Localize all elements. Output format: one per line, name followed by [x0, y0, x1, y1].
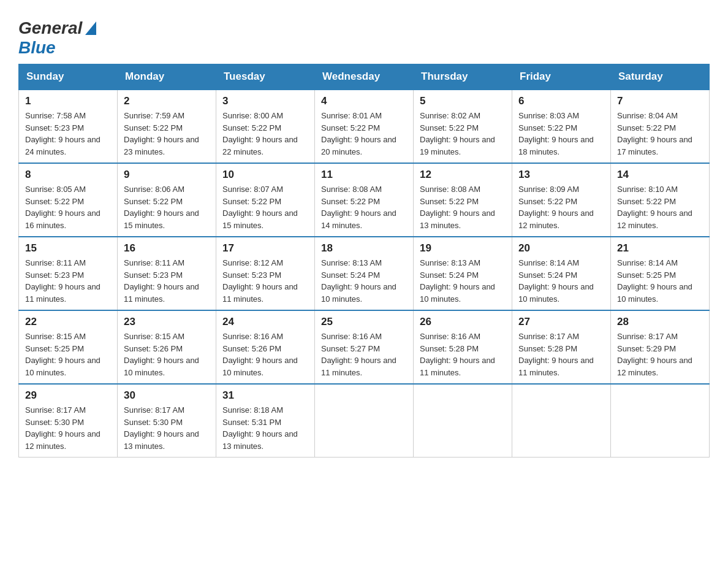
day-number: 18	[321, 242, 407, 255]
logo-blue-text: Blue	[18, 38, 56, 58]
calendar-cell: 17Sunrise: 8:12 AMSunset: 5:23 PMDayligh…	[216, 237, 315, 310]
day-info: Sunrise: 8:06 AMSunset: 5:22 PMDaylight:…	[124, 183, 210, 231]
calendar-cell: 28Sunrise: 8:17 AMSunset: 5:29 PMDayligh…	[611, 310, 710, 384]
day-info: Sunrise: 8:09 AMSunset: 5:22 PMDaylight:…	[518, 183, 604, 231]
day-info: Sunrise: 8:04 AMSunset: 5:22 PMDaylight:…	[617, 110, 703, 158]
calendar-cell: 1Sunrise: 7:58 AMSunset: 5:23 PMDaylight…	[19, 90, 118, 163]
calendar-week-row: 22Sunrise: 8:15 AMSunset: 5:25 PMDayligh…	[19, 310, 710, 384]
day-number: 6	[518, 95, 604, 107]
calendar-cell	[315, 384, 414, 458]
day-info: Sunrise: 8:15 AMSunset: 5:25 PMDaylight:…	[25, 331, 111, 378]
calendar-week-row: 1Sunrise: 7:58 AMSunset: 5:23 PMDaylight…	[19, 90, 710, 163]
day-number: 2	[124, 95, 210, 107]
calendar-cell: 29Sunrise: 8:17 AMSunset: 5:30 PMDayligh…	[19, 384, 118, 458]
day-info: Sunrise: 8:05 AMSunset: 5:22 PMDaylight:…	[25, 183, 111, 231]
day-info: Sunrise: 8:17 AMSunset: 5:28 PMDaylight:…	[518, 331, 604, 378]
day-info: Sunrise: 8:03 AMSunset: 5:22 PMDaylight:…	[518, 110, 604, 158]
calendar-cell: 30Sunrise: 8:17 AMSunset: 5:30 PMDayligh…	[118, 384, 216, 458]
day-info: Sunrise: 8:10 AMSunset: 5:22 PMDaylight:…	[617, 183, 703, 231]
calendar-cell: 4Sunrise: 8:01 AMSunset: 5:22 PMDaylight…	[315, 90, 414, 163]
logo-general-text: General	[18, 18, 82, 38]
day-info: Sunrise: 8:07 AMSunset: 5:22 PMDaylight:…	[222, 183, 308, 231]
calendar-cell: 12Sunrise: 8:08 AMSunset: 5:22 PMDayligh…	[414, 163, 512, 237]
calendar-cell: 26Sunrise: 8:16 AMSunset: 5:28 PMDayligh…	[414, 310, 512, 384]
calendar-cell: 23Sunrise: 8:15 AMSunset: 5:26 PMDayligh…	[118, 310, 216, 384]
day-number: 24	[222, 316, 308, 328]
calendar-cell: 19Sunrise: 8:13 AMSunset: 5:24 PMDayligh…	[414, 237, 512, 310]
calendar-cell: 22Sunrise: 8:15 AMSunset: 5:25 PMDayligh…	[19, 310, 118, 384]
day-info: Sunrise: 8:16 AMSunset: 5:27 PMDaylight:…	[321, 331, 407, 378]
calendar-cell: 21Sunrise: 8:14 AMSunset: 5:25 PMDayligh…	[611, 237, 710, 310]
day-info: Sunrise: 8:16 AMSunset: 5:26 PMDaylight:…	[222, 331, 308, 378]
calendar-cell	[414, 384, 512, 458]
day-info: Sunrise: 8:08 AMSunset: 5:22 PMDaylight:…	[321, 183, 407, 231]
day-info: Sunrise: 8:14 AMSunset: 5:25 PMDaylight:…	[617, 257, 703, 305]
day-number: 22	[25, 316, 111, 328]
day-info: Sunrise: 8:15 AMSunset: 5:26 PMDaylight:…	[124, 331, 210, 378]
calendar-cell: 31Sunrise: 8:18 AMSunset: 5:31 PMDayligh…	[216, 384, 315, 458]
calendar-week-row: 29Sunrise: 8:17 AMSunset: 5:30 PMDayligh…	[19, 384, 710, 458]
calendar-cell: 10Sunrise: 8:07 AMSunset: 5:22 PMDayligh…	[216, 163, 315, 237]
day-number: 29	[25, 389, 111, 402]
calendar-cell: 7Sunrise: 8:04 AMSunset: 5:22 PMDaylight…	[611, 90, 710, 163]
day-number: 9	[124, 169, 210, 181]
day-info: Sunrise: 8:11 AMSunset: 5:23 PMDaylight:…	[124, 257, 210, 305]
calendar-cell: 16Sunrise: 8:11 AMSunset: 5:23 PMDayligh…	[118, 237, 216, 310]
calendar-week-row: 8Sunrise: 8:05 AMSunset: 5:22 PMDaylight…	[19, 163, 710, 237]
day-info: Sunrise: 8:13 AMSunset: 5:24 PMDaylight:…	[321, 257, 407, 305]
weekday-header-tuesday: Tuesday	[216, 64, 315, 90]
day-number: 14	[617, 169, 703, 181]
day-info: Sunrise: 8:16 AMSunset: 5:28 PMDaylight:…	[420, 331, 506, 378]
day-number: 27	[518, 316, 604, 328]
day-number: 16	[124, 242, 210, 255]
day-number: 3	[222, 95, 308, 107]
calendar-cell: 25Sunrise: 8:16 AMSunset: 5:27 PMDayligh…	[315, 310, 414, 384]
svg-marker-0	[85, 21, 96, 35]
day-number: 13	[518, 169, 604, 181]
calendar-cell: 13Sunrise: 8:09 AMSunset: 5:22 PMDayligh…	[512, 163, 611, 237]
day-info: Sunrise: 8:17 AMSunset: 5:30 PMDaylight:…	[25, 404, 111, 452]
day-info: Sunrise: 8:12 AMSunset: 5:23 PMDaylight:…	[222, 257, 308, 305]
day-number: 10	[222, 169, 308, 181]
day-number: 25	[321, 316, 407, 328]
day-number: 28	[617, 316, 703, 328]
calendar-cell	[512, 384, 611, 458]
calendar-cell: 27Sunrise: 8:17 AMSunset: 5:28 PMDayligh…	[512, 310, 611, 384]
day-number: 20	[518, 242, 604, 255]
day-number: 26	[420, 316, 506, 328]
day-info: Sunrise: 7:59 AMSunset: 5:22 PMDaylight:…	[124, 110, 210, 158]
weekday-header-wednesday: Wednesday	[315, 64, 414, 90]
day-info: Sunrise: 8:00 AMSunset: 5:22 PMDaylight:…	[222, 110, 308, 158]
day-number: 7	[617, 95, 703, 107]
calendar-cell: 5Sunrise: 8:02 AMSunset: 5:22 PMDaylight…	[414, 90, 512, 163]
calendar-cell: 14Sunrise: 8:10 AMSunset: 5:22 PMDayligh…	[611, 163, 710, 237]
calendar-cell: 8Sunrise: 8:05 AMSunset: 5:22 PMDaylight…	[19, 163, 118, 237]
day-number: 12	[420, 169, 506, 181]
weekday-header-friday: Friday	[512, 64, 611, 90]
calendar-cell: 24Sunrise: 8:16 AMSunset: 5:26 PMDayligh…	[216, 310, 315, 384]
day-info: Sunrise: 8:01 AMSunset: 5:22 PMDaylight:…	[321, 110, 407, 158]
day-info: Sunrise: 8:17 AMSunset: 5:30 PMDaylight:…	[124, 404, 210, 452]
weekday-header-monday: Monday	[118, 64, 216, 90]
day-number: 21	[617, 242, 703, 255]
day-number: 15	[25, 242, 111, 255]
day-number: 23	[124, 316, 210, 328]
day-number: 8	[25, 169, 111, 181]
day-number: 5	[420, 95, 506, 107]
day-info: Sunrise: 8:14 AMSunset: 5:24 PMDaylight:…	[518, 257, 604, 305]
calendar-cell: 18Sunrise: 8:13 AMSunset: 5:24 PMDayligh…	[315, 237, 414, 310]
calendar-week-row: 15Sunrise: 8:11 AMSunset: 5:23 PMDayligh…	[19, 237, 710, 310]
day-info: Sunrise: 8:11 AMSunset: 5:23 PMDaylight:…	[25, 257, 111, 305]
calendar-cell	[611, 384, 710, 458]
day-info: Sunrise: 8:08 AMSunset: 5:22 PMDaylight:…	[420, 183, 506, 231]
weekday-header-saturday: Saturday	[611, 64, 710, 90]
calendar-cell: 11Sunrise: 8:08 AMSunset: 5:22 PMDayligh…	[315, 163, 414, 237]
weekday-header-sunday: Sunday	[19, 64, 118, 90]
calendar-cell: 9Sunrise: 8:06 AMSunset: 5:22 PMDaylight…	[118, 163, 216, 237]
calendar-cell: 15Sunrise: 8:11 AMSunset: 5:23 PMDayligh…	[19, 237, 118, 310]
weekday-header-thursday: Thursday	[414, 64, 512, 90]
logo: General Blue	[18, 18, 96, 58]
day-number: 30	[124, 389, 210, 402]
day-number: 1	[25, 95, 111, 107]
day-info: Sunrise: 8:18 AMSunset: 5:31 PMDaylight:…	[222, 404, 308, 452]
